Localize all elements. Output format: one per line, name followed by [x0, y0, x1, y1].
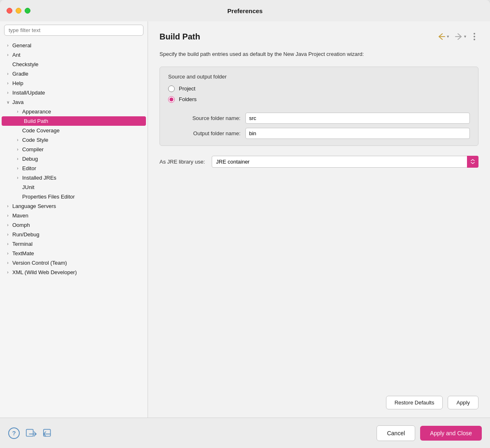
- sidebar-item-label: Language Servers: [12, 203, 56, 209]
- export-settings-icon[interactable]: [43, 427, 54, 439]
- source-folder-input[interactable]: [245, 113, 470, 124]
- source-folder-row: Source folder name:: [179, 113, 470, 124]
- sidebar-item-checkstyle[interactable]: › Checkstyle: [0, 60, 148, 69]
- section-label: Source and output folder: [168, 74, 470, 80]
- sidebar-item-ant[interactable]: › Ant: [0, 50, 148, 60]
- sidebar-item-oomph[interactable]: › Oomph: [0, 220, 148, 230]
- sidebar-item-editor[interactable]: › Editor: [0, 164, 148, 173]
- back-button[interactable]: ▼: [436, 31, 451, 42]
- search-input[interactable]: [4, 25, 143, 36]
- sidebar-item-label: Properties Files Editor: [22, 194, 75, 200]
- sidebar-item-label: Checkstyle: [12, 61, 39, 67]
- sidebar-item-label: General: [12, 42, 31, 48]
- chevron-right-icon: ›: [5, 232, 11, 238]
- output-folder-input[interactable]: [245, 128, 470, 139]
- back-arrow-icon: [437, 33, 446, 40]
- folder-fields: Source folder name: Output folder name:: [168, 113, 470, 139]
- sidebar-item-installed-jres[interactable]: › Installed JREs: [0, 173, 148, 182]
- description-text: Specify the build path entries used as d…: [159, 50, 478, 58]
- chevron-right-icon: ›: [5, 71, 11, 77]
- chevron-right-icon: ›: [5, 260, 11, 266]
- source-output-section: Source and output folder Project Folders: [159, 67, 478, 146]
- jre-label: As JRE library use:: [159, 159, 205, 165]
- maximize-button[interactable]: [25, 8, 30, 14]
- apply-close-button[interactable]: Apply and Close: [420, 426, 482, 441]
- more-options-button[interactable]: [470, 30, 478, 44]
- radio-group: Project Folders Source folder name:: [168, 85, 470, 139]
- sidebar-item-install-update[interactable]: › Install/Update: [0, 88, 148, 97]
- sidebar-item-junit[interactable]: › JUnit: [0, 182, 148, 192]
- forward-button[interactable]: ▼: [453, 31, 469, 42]
- window-title: Preferences: [227, 7, 263, 14]
- help-icon[interactable]: ?: [8, 427, 20, 439]
- tree: › General › Ant › Checkstyle › Gradle: [0, 39, 148, 418]
- sidebar: › General › Ant › Checkstyle › Gradle: [0, 21, 148, 418]
- close-button[interactable]: [7, 8, 12, 14]
- sidebar-item-label: TextMate: [12, 250, 34, 256]
- sidebar-item-run-debug[interactable]: › Run/Debug: [0, 230, 148, 239]
- chevron-right-icon: ›: [5, 270, 11, 275]
- sidebar-item-label: Version Control (Team): [12, 260, 67, 266]
- cancel-button[interactable]: Cancel: [377, 425, 415, 441]
- sidebar-item-appearance[interactable]: › Appearance: [0, 107, 148, 116]
- back-dropdown-arrow: ▼: [446, 35, 450, 39]
- sidebar-item-properties-files-editor[interactable]: › Properties Files Editor: [0, 192, 148, 201]
- radio-folders[interactable]: Folders: [168, 96, 470, 103]
- sidebar-item-label: Compiler: [22, 146, 44, 152]
- import-settings-icon[interactable]: [25, 427, 37, 439]
- chevron-right-icon: ›: [5, 52, 11, 58]
- sidebar-item-label: Editor: [22, 165, 36, 171]
- jre-row: As JRE library use: JRE container Execut…: [159, 156, 478, 168]
- output-folder-label: Output folder name:: [179, 130, 240, 136]
- svg-rect-2: [26, 429, 33, 436]
- radio-folders-input[interactable]: [168, 96, 175, 103]
- sidebar-item-compiler[interactable]: › Compiler: [0, 145, 148, 154]
- sidebar-item-code-style[interactable]: › Code Style: [0, 135, 148, 145]
- chevron-right-icon: ›: [5, 213, 11, 219]
- more-options-icon: [472, 31, 477, 42]
- chevron-right-icon: ›: [5, 43, 11, 48]
- output-folder-row: Output folder name:: [179, 128, 470, 139]
- sidebar-item-xml-wild[interactable]: › XML (Wild Web Developer): [0, 268, 148, 277]
- sidebar-item-label: Oomph: [12, 222, 30, 228]
- forward-dropdown-arrow: ▼: [463, 35, 467, 39]
- sidebar-item-label: Run/Debug: [12, 231, 39, 238]
- content-spacer: [159, 176, 478, 388]
- sidebar-item-label: Install/Update: [12, 90, 45, 96]
- sidebar-item-language-servers[interactable]: › Language Servers: [0, 201, 148, 211]
- sidebar-item-general[interactable]: › General: [0, 41, 148, 50]
- restore-defaults-button[interactable]: Restore Defaults: [386, 396, 443, 409]
- sidebar-item-label: Debug: [22, 156, 38, 162]
- sidebar-item-label: Java: [12, 99, 23, 105]
- panel-header: Build Path ▼: [159, 30, 478, 44]
- radio-project-label: Project: [179, 85, 195, 92]
- footer-left: ?: [8, 427, 54, 439]
- footer: ? Cancel Apply and Close: [0, 418, 490, 448]
- radio-project[interactable]: Project: [168, 85, 470, 92]
- chevron-right-icon: ›: [15, 166, 21, 171]
- radio-project-input[interactable]: [168, 85, 175, 92]
- sidebar-item-gradle[interactable]: › Gradle: [0, 69, 148, 79]
- sidebar-item-maven[interactable]: › Maven: [0, 211, 148, 220]
- sidebar-item-build-path[interactable]: › Build Path: [2, 116, 146, 126]
- chevron-right-icon: ›: [15, 147, 21, 152]
- sidebar-item-help[interactable]: › Help: [0, 79, 148, 88]
- sidebar-item-label: Ant: [12, 52, 21, 58]
- chevron-right-icon: ›: [5, 241, 11, 247]
- sidebar-item-java[interactable]: ∨ Java: [0, 97, 148, 107]
- sidebar-item-code-coverage[interactable]: › Code Coverage: [0, 126, 148, 135]
- sidebar-item-textmate[interactable]: › TextMate: [0, 249, 148, 258]
- chevron-right-icon: ›: [5, 81, 11, 86]
- chevron-right-icon: ›: [15, 137, 21, 143]
- sidebar-item-terminal[interactable]: › Terminal: [0, 239, 148, 249]
- sidebar-item-debug[interactable]: › Debug: [0, 154, 148, 164]
- minimize-button[interactable]: [16, 8, 21, 14]
- apply-button[interactable]: Apply: [448, 396, 478, 409]
- chevron-down-icon: ∨: [5, 99, 11, 105]
- jre-select[interactable]: JRE container Execution Environment: [212, 156, 478, 168]
- sidebar-item-version-control[interactable]: › Version Control (Team): [0, 258, 148, 268]
- panel-action-buttons: Restore Defaults Apply: [159, 388, 478, 409]
- main-content: › General › Ant › Checkstyle › Gradle: [0, 21, 490, 418]
- chevron-right-icon: ›: [15, 109, 21, 115]
- footer-right: Cancel Apply and Close: [377, 425, 482, 441]
